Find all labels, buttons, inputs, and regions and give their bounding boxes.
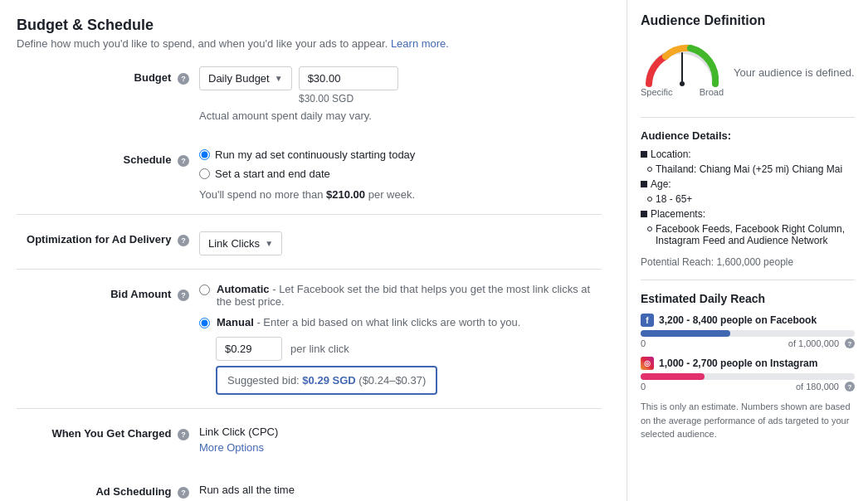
bullet-square-icon: [641, 181, 647, 187]
estimated-reach-title: Estimated Daily Reach: [641, 292, 855, 305]
audience-definition-title: Audience Definition: [641, 13, 855, 28]
bullet-circle-icon: [647, 197, 652, 202]
ig-reach-info-icon[interactable]: ?: [845, 382, 855, 392]
section-subtitle: Define how much you'd like to spend, and…: [17, 37, 602, 50]
ad-sched-field-col: Run ads all the time: [199, 480, 602, 496]
bullet-square-icon: [641, 151, 647, 158]
budget-value-input[interactable]: [299, 66, 398, 90]
reach-note: This is only an estimate. Numbers shown …: [641, 400, 855, 441]
instagram-reach-bar: [641, 373, 855, 380]
left-panel: Budget & Schedule Define how much you'd …: [0, 0, 627, 501]
gauge-broad-label: Broad: [700, 87, 724, 97]
bid-info-icon[interactable]: ?: [178, 289, 189, 301]
suggested-bid-range: ($0.24–$0.37): [356, 374, 427, 387]
bid-manual-option: Manual - Enter a bid based on what link …: [199, 316, 602, 328]
section-title: Budget & Schedule: [17, 17, 602, 34]
budget-note: Actual amount spent daily may vary.: [199, 109, 602, 122]
facebook-reach-bar-labels: 0 of 1,000,000 ?: [641, 338, 855, 348]
bid-automatic-option: Automatic - Let Facebook set the bid tha…: [199, 283, 602, 308]
budget-label: Budget ?: [17, 66, 199, 85]
potential-reach: Potential Reach: 1,600,000 people: [641, 256, 855, 268]
list-item: Placements:: [641, 208, 855, 220]
gauge-svg: [641, 38, 724, 88]
list-item: Age:: [641, 178, 855, 190]
charged-field-col: Link Click (CPC) More Options: [199, 422, 602, 454]
instagram-reach-item: ◎ 1,000 - 2,700 people on Instagram 0 of…: [641, 357, 855, 392]
budget-inputs: Daily Budget ▼: [199, 66, 602, 90]
optimization-row: Optimization for Ad Delivery ? Link Clic…: [17, 228, 602, 270]
ad-scheduling-row: Ad Scheduling ? Run ads all the time: [17, 480, 602, 501]
budget-field-col: Daily Budget ▼ $30.00 SGD Actual amount …: [199, 66, 602, 122]
budget-row: Budget ? Daily Budget ▼ $30.00 SGD Actua…: [17, 66, 602, 135]
ad-sched-info-icon[interactable]: ?: [178, 487, 189, 499]
charged-row: When You Get Charged ? Link Click (CPC) …: [17, 422, 602, 467]
bid-label: Bid Amount ?: [17, 283, 199, 301]
list-item: 18 - 65+: [641, 193, 855, 205]
facebook-reach-item: f 3,200 - 8,400 people on Facebook 0 of …: [641, 314, 855, 348]
svg-point-1: [680, 81, 685, 86]
bid-automatic-desc: - Let Facebook set the bid that helps yo…: [217, 283, 590, 308]
audience-details-list: Location: Thailand: Chiang Mai (+25 mi) …: [641, 148, 855, 246]
instagram-reach-platform: ◎ 1,000 - 2,700 people on Instagram: [641, 357, 855, 370]
bid-manual-label: Manual: [217, 316, 254, 328]
instagram-reach-bar-labels: 0 of 180,000 ?: [641, 382, 855, 392]
gauge-labels: Specific Broad: [641, 87, 724, 97]
facebook-icon: f: [641, 314, 654, 327]
bullet-circle-icon: [647, 226, 652, 231]
bid-automatic-radio[interactable]: [199, 285, 210, 295]
chevron-down-icon: ▼: [275, 74, 283, 83]
list-item: Location:: [641, 148, 855, 160]
bid-field-col: Automatic - Let Facebook set the bid tha…: [199, 283, 602, 395]
audience-defined-text: Your audience is defined.: [734, 66, 855, 79]
list-item: Facebook Feeds, Facebook Right Column, I…: [641, 223, 855, 246]
bid-value-input[interactable]: [216, 337, 282, 361]
instagram-reach-label: 1,000 - 2,700 people on Instagram: [659, 358, 817, 369]
schedule-note: You'll spend no more than $210.00 per we…: [199, 188, 602, 201]
more-options-link[interactable]: More Options: [199, 441, 602, 454]
bid-input-row: per link click: [216, 337, 602, 361]
budget-info-icon[interactable]: ?: [178, 73, 189, 85]
gauge-specific-label: Specific: [641, 87, 673, 97]
schedule-radio-2[interactable]: [199, 168, 210, 179]
facebook-reach-bar-fill: [641, 330, 730, 337]
learn-more-link[interactable]: Learn more.: [391, 37, 449, 50]
divider-1: [641, 117, 855, 118]
optimization-info-icon[interactable]: ?: [178, 235, 189, 246]
bid-per-label: per link click: [290, 343, 349, 355]
schedule-field-col: Run my ad set continuously starting toda…: [199, 148, 602, 201]
bullet-square-icon: [641, 211, 647, 217]
schedule-info-icon[interactable]: ?: [178, 155, 189, 167]
optimization-field-col: Link Clicks ▼: [199, 228, 602, 255]
budget-dropdown[interactable]: Daily Budget ▼: [199, 66, 292, 90]
charged-label: When You Get Charged ?: [17, 422, 199, 440]
charged-value: Link Click (CPC): [199, 426, 602, 438]
facebook-reach-platform: f 3,200 - 8,400 people on Facebook: [641, 314, 855, 327]
fb-reach-info-icon[interactable]: ?: [845, 338, 855, 348]
ad-scheduling-label: Ad Scheduling ?: [17, 480, 199, 499]
facebook-reach-bar: [641, 330, 855, 337]
chevron-down-icon: ▼: [265, 239, 273, 248]
schedule-option-2: Set a start and end date: [199, 168, 602, 180]
bid-manual-radio[interactable]: [199, 318, 210, 328]
bullet-circle-icon: [647, 167, 652, 172]
charged-info-icon[interactable]: ?: [178, 429, 189, 440]
instagram-icon: ◎: [641, 357, 654, 370]
list-item: Thailand: Chiang Mai (+25 mi) Chiang Mai: [641, 163, 855, 175]
schedule-row: Schedule ? Run my ad set continuously st…: [17, 148, 602, 215]
right-panel: Audience Definition Specific: [627, 0, 868, 501]
divider-2: [641, 280, 855, 280]
schedule-radio-1[interactable]: [199, 149, 210, 160]
instagram-reach-bar-fill: [641, 373, 705, 380]
suggested-bid-value: $0.29 SGD: [302, 374, 355, 387]
bid-automatic-label: Automatic: [217, 283, 270, 295]
optimization-label: Optimization for Ad Delivery ?: [17, 228, 199, 246]
schedule-label: Schedule ?: [17, 148, 199, 167]
ad-sched-value: Run ads all the time: [199, 484, 602, 496]
bid-amount-row: Bid Amount ? Automatic - Let Facebook se…: [17, 283, 602, 409]
bid-manual-desc: - Enter a bid based on what link clicks …: [256, 316, 520, 328]
audience-details-title: Audience Details:: [641, 129, 855, 142]
facebook-reach-label: 3,200 - 8,400 people on Facebook: [659, 314, 817, 326]
suggested-bid-box: Suggested bid: $0.29 SGD ($0.24–$0.37): [216, 366, 437, 395]
optimization-dropdown[interactable]: Link Clicks ▼: [199, 231, 282, 255]
gauge-chart: Specific Broad: [641, 38, 724, 107]
